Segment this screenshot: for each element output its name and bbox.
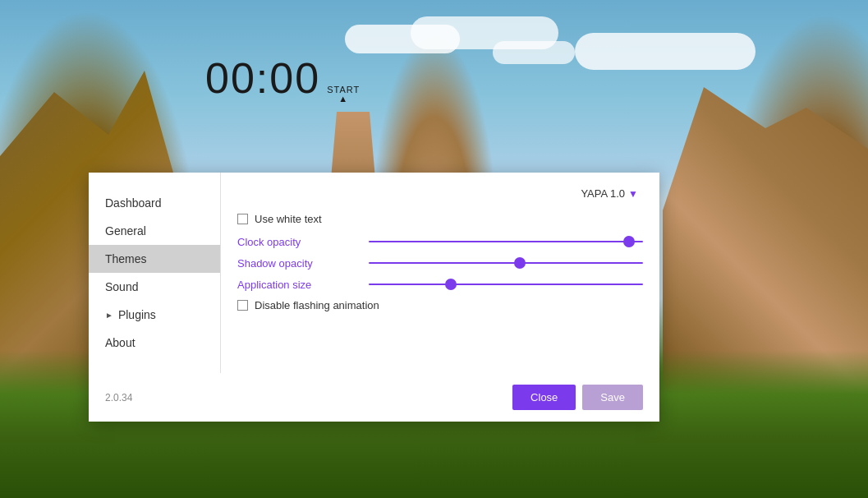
application-size-row: Application size [237,278,643,291]
use-white-text-row: Use white text [237,213,643,225]
disable-flashing-label: Disable flashing animation [255,299,379,311]
clock-display: 00:00 START ▲ [205,53,360,104]
shadow-opacity-label: Shadow opacity [237,257,369,270]
application-size-slider[interactable] [369,278,643,291]
disable-flashing-checkbox[interactable] [237,300,248,311]
use-white-text-checkbox[interactable] [237,214,248,224]
chevron-icon: ► [105,311,113,320]
sidebar-item-dashboard[interactable]: Dashboard [89,189,220,217]
dropdown-arrow-icon: ▼ [628,188,638,200]
sidebar-item-about[interactable]: About [89,329,220,357]
clock-opacity-row: Clock opacity [237,235,643,248]
shadow-opacity-track [369,262,643,264]
shadow-opacity-thumb[interactable] [514,257,526,269]
dialog-footer: 2.0.34 Close Save [89,373,659,422]
clock-opacity-label: Clock opacity [237,236,369,248]
clock-time: 00:00 [205,53,320,103]
application-size-label: Application size [237,279,369,291]
clock-opacity-slider[interactable] [369,235,643,248]
sidebar-item-general[interactable]: General [89,217,220,245]
sidebar-item-sound[interactable]: Sound [89,273,220,301]
clock-start-label: START ▲ [327,85,360,104]
shadow-opacity-row: Shadow opacity [237,256,643,270]
cloud-3 [493,41,575,64]
footer-buttons: Close Save [512,385,643,410]
clock-opacity-track [369,241,643,242]
dialog-body: Dashboard General Themes Sound ► Plugins… [89,173,659,373]
disable-flashing-row: Disable flashing animation [237,299,643,311]
version-text: 2.0.34 [105,392,132,403]
clock-opacity-thumb[interactable] [623,236,635,247]
sidebar-item-plugins[interactable]: ► Plugins [89,301,220,329]
shadow-opacity-slider[interactable] [369,256,643,270]
application-size-track [369,284,643,285]
cloud-4 [575,33,755,70]
theme-selector-row: YAPA 1.0 ▼ [237,186,643,201]
content-area: YAPA 1.0 ▼ Use white text Clock opacity [220,173,659,373]
save-button[interactable]: Save [582,385,643,410]
theme-dropdown[interactable]: YAPA 1.0 ▼ [576,186,643,201]
close-button[interactable]: Close [512,385,576,410]
sidebar: Dashboard General Themes Sound ► Plugins… [89,173,220,373]
settings-dialog: Dashboard General Themes Sound ► Plugins… [89,173,659,422]
use-white-text-label: Use white text [255,213,322,225]
application-size-thumb[interactable] [445,279,457,290]
sidebar-item-themes[interactable]: Themes [89,245,220,273]
